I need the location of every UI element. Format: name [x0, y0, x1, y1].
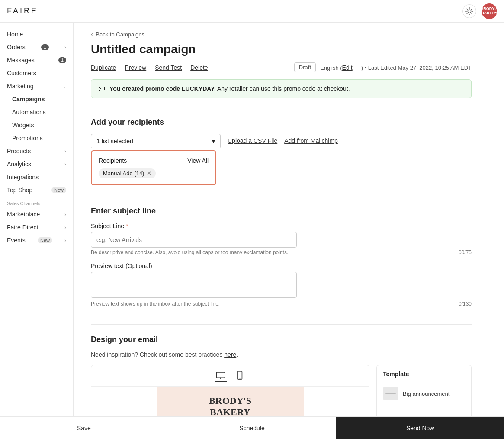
- sidebar-item-messages[interactable]: Messages 1: [0, 54, 73, 67]
- inspiration-text: Need inspiration? Check out some best pr…: [91, 351, 472, 358]
- subject-input[interactable]: [91, 232, 297, 248]
- promo-tag-icon: 🏷: [98, 85, 105, 93]
- sidebar-item-label: Products: [7, 148, 31, 155]
- here-link[interactable]: here: [224, 351, 236, 358]
- upload-links: Upload a CSV File Add from Mailchimp: [228, 134, 338, 144]
- sidebar-item-integrations[interactable]: Integrations: [0, 171, 73, 184]
- template-panel: Template Big announcement: [376, 365, 472, 416]
- preview-text-group: Preview text (Optional) Preview text sho…: [91, 262, 472, 307]
- layout: Home Orders 1 › Messages 1 Customers Mar…: [0, 23, 504, 416]
- template-item-big-announcement[interactable]: Big announcement: [377, 383, 471, 404]
- sidebar-item-marketplace[interactable]: Marketplace ›: [0, 208, 73, 221]
- edit-info-suffix: ) • Last Edited May 27, 2022, 10:25 AM E…: [361, 65, 472, 71]
- draft-badge: Draft: [294, 62, 316, 72]
- events-badge: New: [38, 237, 52, 243]
- subject-section-title: Enter subject line: [91, 207, 472, 216]
- products-chevron: ›: [64, 148, 66, 154]
- sidebar-item-faire-direct[interactable]: Faire Direct ›: [0, 221, 73, 234]
- main-content: ‹ Back to Campaigns Untitled campaign Du…: [74, 23, 504, 416]
- mobile-view-icon[interactable]: [234, 370, 246, 382]
- email-canvas: BRODY'S BAKERY: [91, 365, 369, 416]
- messages-badge: 1: [58, 57, 66, 63]
- sidebar-item-home[interactable]: Home: [0, 28, 73, 41]
- recipients-title: Add your recipients: [91, 118, 472, 127]
- send-now-button[interactable]: Send Now: [336, 417, 504, 439]
- sidebar-item-events[interactable]: Events New ›: [0, 234, 73, 247]
- page-title: Untitled campaign: [91, 42, 472, 56]
- sidebar-item-label: Orders: [7, 44, 26, 51]
- upload-csv-link[interactable]: Upload a CSV File: [228, 137, 277, 144]
- sidebar-item-label: Automations: [12, 109, 46, 116]
- preview-label-text: Preview text (Optional): [91, 262, 152, 269]
- subject-hint: Be descriptive and concise. Also, avoid …: [91, 249, 472, 255]
- canvas-toolbar: [91, 365, 369, 387]
- svg-rect-9: [216, 372, 225, 378]
- recipients-dropdown-wrapper: 1 list selected ▾ Recipients View All Ma…: [91, 134, 221, 185]
- desktop-view-icon[interactable]: [215, 370, 227, 382]
- dropdown-arrow: ▾: [212, 138, 215, 145]
- edit-info-prefix: English (: [320, 65, 342, 71]
- add-mailchimp-link[interactable]: Add from Mailchimp: [284, 137, 338, 144]
- bakery-label: BRODY'S BAKERY: [200, 387, 260, 416]
- orders-badge: 1: [41, 44, 49, 50]
- preview-link[interactable]: Preview: [125, 64, 146, 71]
- sidebar-item-widgets[interactable]: Widgets: [0, 119, 73, 132]
- topshop-badge: New: [51, 187, 66, 193]
- breadcrumb[interactable]: ‹ Back to Campaigns: [91, 23, 472, 42]
- design-section: Design your email Need inspiration? Chec…: [91, 324, 472, 416]
- delete-link[interactable]: Delete: [190, 64, 208, 71]
- sidebar-item-label: Widgets: [12, 122, 34, 129]
- sidebar-item-label: Marketing: [7, 83, 33, 90]
- promo-banner: 🏷 You created promo code LUCKYDAY. Any r…: [91, 79, 472, 98]
- subject-line-group: Subject Line * Be descriptive and concis…: [91, 223, 472, 255]
- avatar[interactable]: BRODY'SBAKERY: [482, 3, 497, 19]
- topbar-right: BRODY'SBAKERY: [462, 3, 497, 19]
- preview-hint: Preview text shows up in the inbox after…: [91, 301, 472, 307]
- sidebar-item-topshop[interactable]: Top Shop New: [0, 184, 73, 197]
- sidebar-item-customers[interactable]: Customers: [0, 67, 73, 80]
- svg-line-7: [467, 13, 467, 13]
- events-chevron: ›: [64, 238, 66, 243]
- recipients-section: Add your recipients 1 list selected ▾ Re…: [91, 107, 472, 196]
- sidebar-item-label: Promotions: [12, 135, 43, 142]
- breadcrumb-label: Back to Campaigns: [96, 31, 144, 38]
- canvas-preview: BRODY'S BAKERY: [91, 387, 369, 416]
- subject-label-text: Subject Line: [91, 223, 124, 229]
- preview-textarea[interactable]: [91, 272, 297, 298]
- sidebar-item-label: Customers: [7, 70, 36, 77]
- duplicate-link[interactable]: Duplicate: [91, 64, 116, 71]
- sidebar-item-label: Faire Direct: [7, 224, 38, 231]
- promo-bold: You created promo code LUCKYDAY.: [109, 85, 216, 92]
- preview-label: Preview text (Optional): [91, 262, 472, 269]
- sidebar-item-marketing[interactable]: Marketing ⌄: [0, 80, 73, 93]
- sidebar-item-products[interactable]: Products ›: [0, 145, 73, 158]
- edit-info: English (Edit) • Last Edited May 27, 202…: [320, 64, 472, 71]
- bulb-icon[interactable]: [462, 4, 476, 18]
- recip-header: Recipients View All: [99, 157, 209, 164]
- analytics-chevron: ›: [64, 161, 66, 167]
- faire-direct-chevron: ›: [64, 225, 66, 230]
- sidebar-item-analytics[interactable]: Analytics ›: [0, 158, 73, 171]
- sales-channels-label: Sales Channels: [0, 197, 73, 208]
- save-button[interactable]: Save: [0, 417, 168, 439]
- edit-link[interactable]: Edit: [342, 64, 353, 71]
- sidebar-item-label: Integrations: [7, 174, 39, 181]
- recipients-row: 1 list selected ▾ Recipients View All Ma…: [91, 134, 472, 185]
- marketplace-chevron: ›: [64, 212, 66, 217]
- sidebar-item-campaigns[interactable]: Campaigns: [0, 93, 73, 106]
- svg-line-3: [467, 9, 467, 9]
- topbar: FAIRE BRODY'SBAKERY: [0, 0, 504, 23]
- action-bar: Duplicate Preview Send Test Delete Draft…: [91, 62, 472, 72]
- main-inner: ‹ Back to Campaigns Untitled campaign Du…: [74, 23, 489, 416]
- recipients-dropdown[interactable]: 1 list selected ▾: [91, 134, 221, 148]
- svg-line-8: [472, 9, 472, 9]
- schedule-button[interactable]: Schedule: [168, 417, 337, 439]
- sidebar-item-automations[interactable]: Automations: [0, 106, 73, 119]
- recip-label: Recipients: [99, 157, 127, 164]
- tag-remove[interactable]: ✕: [147, 170, 151, 177]
- view-all-link[interactable]: View All: [187, 157, 209, 164]
- send-test-link[interactable]: Send Test: [155, 64, 182, 71]
- sidebar-item-orders[interactable]: Orders 1 ›: [0, 41, 73, 54]
- template-name: Big announcement: [403, 391, 449, 397]
- sidebar-item-promotions[interactable]: Promotions: [0, 132, 73, 145]
